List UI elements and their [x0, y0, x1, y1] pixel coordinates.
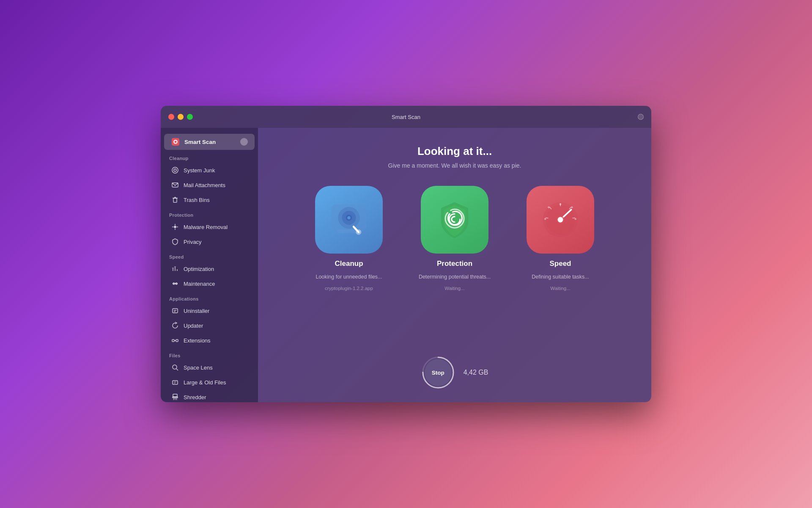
mail-attachments-label: Mail Attachments — [184, 182, 225, 188]
svg-point-55 — [548, 206, 550, 208]
cleanup-card-status: Looking for unneeded files... — [315, 274, 382, 280]
shredder-icon — [171, 393, 179, 401]
svg-rect-6 — [173, 198, 177, 202]
sidebar-item-space-lens[interactable]: Space Lens — [164, 360, 255, 375]
svg-point-52 — [560, 203, 562, 205]
svg-point-42 — [347, 216, 350, 219]
sidebar-item-shredder[interactable]: Shredder — [164, 390, 255, 402]
large-old-files-label: Large & Old Files — [184, 379, 226, 386]
stop-area: Stop 4,42 GB — [421, 356, 488, 389]
files-section-label: Files — [161, 348, 258, 360]
protection-card-file: Waiting... — [444, 286, 465, 291]
maintenance-icon — [171, 279, 179, 288]
speed-card-file: Waiting... — [550, 286, 571, 291]
updater-icon — [171, 321, 179, 330]
trash-bins-icon — [171, 196, 179, 204]
scan-size: 4,42 GB — [464, 369, 488, 376]
svg-line-29 — [176, 369, 178, 370]
svg-line-37 — [176, 398, 177, 400]
sidebar-item-optimization[interactable]: Optimization — [164, 262, 255, 276]
sidebar-item-extensions[interactable]: Extensions — [164, 333, 255, 348]
uninstaller-icon — [171, 306, 179, 315]
protection-card-status: Determining potential threats... — [419, 274, 491, 280]
sidebar-item-updater[interactable]: Updater — [164, 318, 255, 333]
smart-scan-icon — [171, 137, 180, 146]
sidebar-item-uninstaller[interactable]: Uninstaller — [164, 304, 255, 318]
svg-line-51 — [546, 218, 548, 218]
privacy-label: Privacy — [184, 239, 202, 245]
svg-point-59 — [558, 217, 563, 223]
space-lens-label: Space Lens — [184, 364, 213, 371]
speed-card: Speed Defining suitable tasks... Waiting… — [514, 186, 607, 291]
info-dot[interactable] — [638, 114, 644, 120]
scan-heading: Looking at it... — [417, 145, 492, 158]
malware-removal-label: Malware Removal — [184, 224, 228, 230]
maintenance-label: Maintenance — [184, 281, 215, 287]
scan-cards: Cleanup Looking for unneeded files... cr… — [302, 186, 607, 291]
mail-attachments-icon — [171, 181, 179, 189]
speed-card-icon — [527, 186, 594, 254]
svg-rect-26 — [176, 340, 178, 342]
applications-section-label: Applications — [161, 291, 258, 303]
svg-point-44 — [356, 229, 362, 235]
traffic-lights — [168, 114, 193, 120]
protection-card-icon — [421, 186, 488, 254]
main-content: Smart Scan Cleanup System Junk — [161, 128, 651, 402]
svg-point-4 — [174, 169, 176, 171]
optimization-label: Optimization — [184, 266, 214, 272]
extensions-icon — [171, 336, 179, 345]
speed-card-name: Speed — [549, 260, 571, 268]
svg-point-9 — [174, 226, 176, 228]
malware-removal-icon — [171, 223, 179, 231]
svg-rect-22 — [173, 309, 178, 313]
sidebar-item-trash-bins[interactable]: Trash Bins — [164, 193, 255, 207]
sidebar-item-privacy[interactable]: Privacy — [164, 235, 255, 249]
sidebar-item-smart-scan[interactable]: Smart Scan — [164, 134, 255, 150]
uninstaller-label: Uninstaller — [184, 308, 209, 314]
close-button[interactable] — [168, 114, 174, 120]
title-bar: Smart Scan — [161, 106, 651, 128]
large-old-files-icon — [171, 378, 179, 387]
stop-button-wrap: Stop — [421, 356, 455, 389]
svg-point-28 — [173, 365, 177, 369]
speed-card-status: Defining suitable tasks... — [532, 274, 589, 280]
stop-button[interactable]: Stop — [425, 359, 452, 386]
space-lens-icon — [171, 363, 179, 372]
cleanup-card-file: cryptoplugin-1.2.2.app — [325, 286, 373, 291]
content-area: Looking at it... Give me a moment. We al… — [258, 128, 651, 402]
sidebar-item-large-old-files[interactable]: Large & Old Files — [164, 375, 255, 389]
cleanup-card-name: Cleanup — [335, 260, 363, 268]
cleanup-section-label: Cleanup — [161, 151, 258, 163]
sidebar-item-maintenance[interactable]: Maintenance — [164, 276, 255, 291]
svg-point-53 — [571, 206, 573, 208]
extensions-label: Extensions — [184, 337, 211, 344]
maximize-button[interactable] — [187, 114, 193, 120]
window-title: Smart Scan — [392, 114, 420, 120]
svg-point-3 — [172, 167, 178, 173]
sidebar-item-malware-removal[interactable]: Malware Removal — [164, 220, 255, 234]
protection-card: Protection Determining potential threats… — [408, 186, 501, 291]
svg-rect-25 — [172, 340, 174, 342]
protection-section-label: Protection — [161, 207, 258, 219]
updater-label: Updater — [184, 323, 203, 329]
svg-line-35 — [173, 398, 174, 400]
minimize-button[interactable] — [178, 114, 184, 120]
svg-line-49 — [572, 218, 575, 218]
cleanup-card: Cleanup Looking for unneeded files... cr… — [302, 186, 395, 291]
protection-card-name: Protection — [437, 260, 472, 268]
scan-subheading: Give me a moment. We all wish it was eas… — [388, 162, 521, 169]
system-junk-label: System Junk — [184, 167, 215, 174]
svg-point-54 — [574, 218, 576, 220]
cleanup-card-icon — [315, 186, 383, 254]
sidebar: Smart Scan Cleanup System Junk — [161, 128, 258, 402]
sidebar-item-mail-attachments[interactable]: Mail Attachments — [164, 178, 255, 192]
system-junk-icon — [171, 166, 179, 174]
smart-scan-badge — [240, 138, 248, 146]
svg-rect-30 — [173, 381, 178, 384]
trash-bins-label: Trash Bins — [184, 197, 210, 203]
shredder-label: Shredder — [184, 394, 206, 400]
svg-point-2 — [175, 141, 177, 143]
optimization-icon — [171, 265, 179, 273]
sidebar-item-system-junk[interactable]: System Junk — [164, 163, 255, 177]
svg-point-56 — [544, 218, 546, 220]
